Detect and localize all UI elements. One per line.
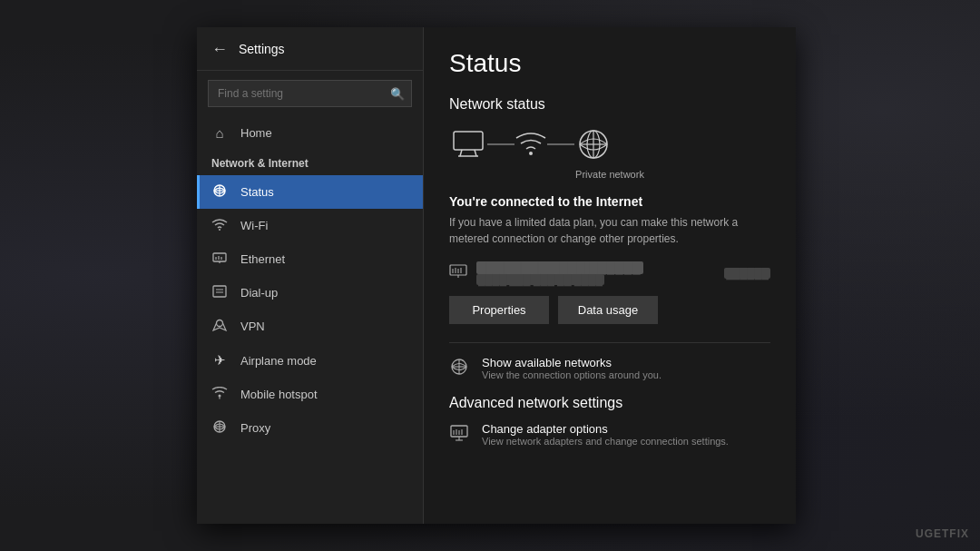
back-button[interactable]: ←: [211, 41, 228, 57]
show-networks-row[interactable]: Show available networks View the connect…: [449, 356, 770, 380]
show-networks-title: Show available networks: [482, 356, 662, 369]
network-speed: ██████: [724, 268, 770, 279]
sidebar-item-home[interactable]: ⌂ Home: [197, 116, 423, 150]
connected-desc: If you have a limited data plan, you can…: [449, 214, 758, 247]
ethernet-label: Ethernet: [240, 252, 285, 266]
search-input[interactable]: [208, 80, 412, 107]
change-adapter-title: Change adapter options: [482, 422, 729, 436]
vpn-icon: [211, 319, 228, 334]
sidebar-item-wifi[interactable]: Wi-Fi: [197, 209, 423, 242]
svg-rect-9: [213, 286, 226, 297]
sidebar-section-label: Network & Internet: [197, 150, 423, 175]
advanced-title: Advanced network settings: [449, 395, 770, 411]
vpn-label: VPN: [240, 320, 265, 333]
network-status-label: Network status: [449, 96, 770, 113]
dialup-icon: [211, 285, 228, 300]
data-usage-button[interactable]: Data usage: [558, 296, 658, 324]
sidebar-item-ethernet[interactable]: Ethernet: [197, 242, 423, 276]
svg-rect-18: [454, 132, 483, 150]
btn-row: Properties Data usage: [449, 296, 770, 324]
change-adapter-text: Change adapter options View network adap…: [482, 422, 729, 447]
proxy-icon: [211, 420, 228, 436]
sidebar-item-vpn[interactable]: VPN: [197, 310, 423, 343]
main-content: Status Network status: [424, 27, 796, 524]
search-icon: 🔍: [390, 87, 405, 101]
svg-rect-4: [213, 253, 226, 261]
settings-window: ← Settings 🔍 ⌂ Home Network & Internet: [197, 27, 796, 524]
network-name: ████████ ████ ██████: [476, 261, 643, 274]
network-diagram-label: Private network: [449, 169, 770, 180]
watermark: UGETFIX: [916, 527, 969, 540]
sidebar-item-dialup[interactable]: Dial-up: [197, 276, 423, 310]
change-adapter-row[interactable]: Change adapter options View network adap…: [449, 422, 770, 447]
sidebar-item-airplane[interactable]: ✈ Airplane mode: [197, 343, 423, 378]
svg-point-13: [219, 395, 221, 398]
svg-point-12: [217, 320, 223, 327]
sidebar-item-hotspot[interactable]: Mobile hotspot: [197, 378, 423, 411]
home-icon: ⌂: [211, 125, 228, 141]
network-sub: ████ ███ ███ ██ ████: [476, 274, 643, 285]
wifi-diagram-icon: [514, 131, 547, 158]
proxy-label: Proxy: [240, 421, 270, 435]
dialup-label: Dial-up: [240, 286, 278, 300]
net-line-1: [487, 143, 514, 145]
change-adapter-icon: [449, 424, 469, 447]
hotspot-label: Mobile hotspot: [240, 388, 318, 401]
svg-point-3: [219, 229, 220, 231]
window-title: Settings: [239, 42, 285, 56]
wifi-label: Wi-Fi: [240, 219, 268, 232]
svg-line-20: [475, 150, 476, 156]
search-box: 🔍: [208, 80, 412, 107]
page-title: Status: [449, 49, 770, 78]
show-networks-desc: View the connection options around you.: [482, 369, 662, 380]
computer-icon: [449, 129, 487, 160]
svg-point-22: [529, 152, 533, 155]
globe-icon: [574, 127, 612, 162]
hotspot-icon: [211, 387, 228, 402]
divider-1: [449, 342, 770, 343]
connected-title: You're connected to the Internet: [449, 194, 770, 209]
network-info-row: ████████ ████ ██████ ████ ███ ███ ██ ███…: [449, 261, 770, 285]
network-info-text: ████████ ████ ██████ ████ ███ ███ ██ ███…: [476, 261, 643, 285]
change-adapter-desc: View network adapters and change connect…: [482, 436, 729, 447]
sidebar-item-status[interactable]: Status: [197, 175, 423, 209]
airplane-icon: ✈: [211, 352, 228, 369]
ethernet-icon: [211, 251, 228, 267]
sidebar-item-proxy[interactable]: Proxy: [197, 411, 423, 445]
home-label: Home: [240, 126, 272, 140]
wifi-icon: [211, 218, 228, 233]
airplane-label: Airplane mode: [240, 354, 317, 368]
show-networks-text: Show available networks View the connect…: [482, 356, 662, 380]
network-adapter-icon: [449, 264, 467, 283]
properties-button[interactable]: Properties: [449, 296, 549, 324]
status-label: Status: [240, 185, 274, 199]
status-icon: [211, 184, 228, 200]
sidebar: ← Settings 🔍 ⌂ Home Network & Internet: [197, 27, 424, 524]
show-networks-icon: [449, 358, 469, 380]
titlebar: ← Settings: [197, 27, 423, 71]
svg-line-19: [460, 150, 462, 156]
net-line-2: [547, 143, 574, 145]
network-diagram: [449, 127, 770, 162]
